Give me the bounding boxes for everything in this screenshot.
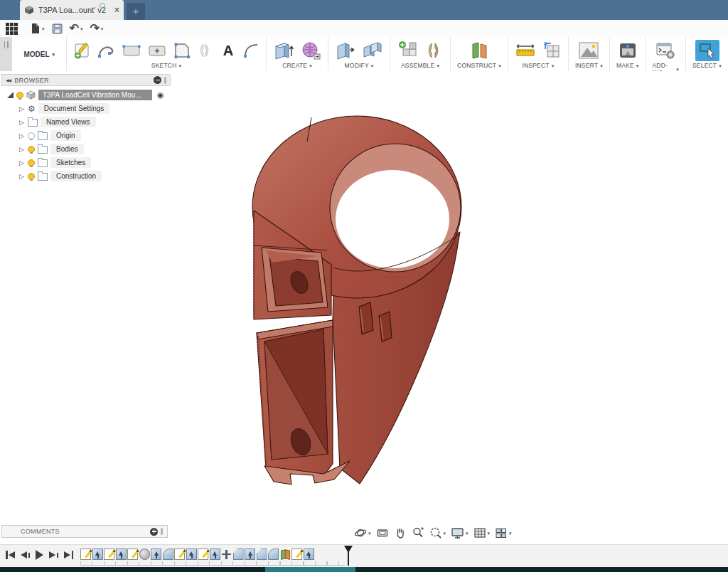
step-back-button[interactable] [21, 551, 30, 558]
document-tab[interactable]: T3PA Loa...ount' v2 × [20, 0, 124, 20]
visibility-bulb-off-icon[interactable] [28, 132, 35, 139]
timeline-feature-extrude[interactable] [116, 549, 127, 560]
tree-item-named-views[interactable]: ▷ Named Views [18, 115, 171, 129]
visibility-bulb-icon[interactable] [28, 146, 35, 153]
combine-button[interactable] [362, 40, 383, 61]
timeline-feature-extrude[interactable] [151, 549, 161, 560]
collapsed-triangle-icon[interactable]: ▷ [18, 132, 25, 139]
sketch-dropdown[interactable]: SKETCH ▾ [73, 62, 259, 69]
panel-grip-handle[interactable] [161, 528, 163, 535]
timeline-feature-extrude[interactable] [210, 549, 220, 560]
create-dropdown[interactable]: CREATE ▾ [273, 62, 321, 69]
undo-button[interactable]: ↶ ▾ [70, 23, 83, 34]
create-sketch-button[interactable] [73, 40, 92, 61]
profile-button[interactable] [173, 40, 191, 61]
measure-button[interactable] [515, 40, 536, 61]
collapsed-triangle-icon[interactable]: ▷ [18, 105, 25, 112]
app-launcher-icon[interactable] [6, 23, 18, 35]
timeline-position-marker[interactable] [344, 546, 354, 566]
fit-zoom-window-button[interactable]: ▾ [429, 526, 446, 539]
look-at-button[interactable] [376, 526, 389, 539]
construct-plane-button[interactable] [469, 40, 489, 61]
play-button[interactable] [36, 550, 43, 560]
extrude-button[interactable] [273, 40, 294, 61]
expand-triangle-icon[interactable] [7, 92, 14, 98]
toolbar-grip-handle[interactable] [0, 37, 12, 71]
timeline-feature-chamfer[interactable] [233, 549, 244, 560]
redo-button[interactable]: ↷ ▾ [90, 23, 103, 34]
make-3dprint-button[interactable] [618, 40, 638, 61]
tree-root-row[interactable]: T3PA LoadCell Vibration Mou... ◉ [1, 88, 171, 102]
select-dropdown[interactable]: SELECT ▾ [692, 62, 722, 69]
addins-button[interactable] [655, 40, 675, 61]
assemble-dropdown[interactable]: ASSEMBLE ▾ [397, 62, 444, 69]
timeline-feature-sketch[interactable] [80, 549, 91, 560]
construct-dropdown[interactable]: CONSTRUCT ▾ [457, 62, 501, 69]
spline-button[interactable] [97, 40, 116, 61]
go-to-start-button[interactable] [6, 551, 15, 559]
timeline-feature-sketch[interactable] [198, 549, 208, 560]
insert-image-button[interactable] [578, 40, 599, 61]
panel-grip-handle[interactable] [164, 77, 166, 84]
form-button[interactable] [300, 40, 321, 61]
timeline-feature-sketch[interactable] [174, 549, 185, 560]
grid-settings-button[interactable]: ▾ [473, 526, 491, 539]
browser-header[interactable]: ◀◀ BROWSER [1, 74, 171, 86]
timeline-feature-extrude[interactable] [92, 549, 103, 560]
sketch-mirror-button[interactable] [197, 40, 214, 61]
timeline-feature-extrude[interactable] [304, 549, 314, 560]
workspace-selector[interactable]: MODEL ▾ [12, 37, 66, 71]
visibility-bulb-icon[interactable] [16, 92, 23, 99]
timeline-feature-mirror[interactable] [280, 549, 291, 560]
timeline-feature-extrude[interactable] [245, 549, 255, 560]
collapse-panel-icon[interactable]: ◀◀ [6, 78, 11, 83]
collapsed-triangle-icon[interactable]: ▷ [18, 173, 25, 180]
tree-root-label[interactable]: T3PA LoadCell Vibration Mou... [38, 90, 152, 100]
sketch-text-button[interactable]: A [220, 40, 237, 61]
make-dropdown[interactable]: MAKE ▾ [616, 62, 639, 69]
press-pull-button[interactable] [335, 40, 356, 61]
arc-button[interactable] [242, 40, 259, 61]
new-tab-button[interactable]: + [127, 3, 145, 20]
section-analysis-button[interactable] [542, 40, 562, 61]
joint-button[interactable] [424, 40, 444, 61]
browser-display-toggle-icon[interactable] [154, 76, 161, 84]
zoom-button[interactable] [412, 526, 424, 539]
comments-bar[interactable]: COMMENTS [1, 525, 168, 538]
new-component-button[interactable] [397, 40, 418, 61]
step-forward-button[interactable] [49, 551, 58, 558]
inspect-dropdown[interactable]: INSPECT ▾ [515, 62, 562, 69]
display-settings-button[interactable]: ▾ [451, 526, 469, 539]
orbit-button[interactable]: ▾ [354, 526, 371, 539]
visibility-bulb-icon[interactable] [28, 173, 35, 180]
timeline-feature-extrude[interactable] [186, 549, 197, 560]
collapsed-triangle-icon[interactable]: ▷ [18, 119, 25, 126]
close-tab-icon[interactable]: × [114, 5, 119, 15]
pan-button[interactable] [394, 526, 407, 539]
activate-component-radio[interactable]: ◉ [157, 90, 164, 100]
timeline-feature-fillet[interactable] [163, 549, 173, 560]
visibility-bulb-icon[interactable] [28, 159, 35, 166]
center-rectangle-button[interactable] [147, 40, 167, 61]
collapsed-triangle-icon[interactable]: ▷ [18, 146, 25, 153]
modify-dropdown[interactable]: MODIFY ▾ [335, 62, 383, 69]
timeline-feature-chamfer[interactable] [257, 549, 267, 560]
collapsed-triangle-icon[interactable]: ▷ [18, 159, 25, 166]
timeline-feature-sketch[interactable] [104, 549, 114, 560]
tree-item-construction[interactable]: ▷ Construction [18, 169, 171, 183]
rectangle-button[interactable] [122, 40, 141, 61]
tree-item-origin[interactable]: ▷ Origin [18, 129, 171, 142]
go-to-end-button[interactable] [64, 551, 73, 559]
timeline-feature-fillet[interactable] [268, 549, 279, 560]
timeline-feature-move[interactable] [221, 549, 232, 560]
viewports-button[interactable]: ▾ [495, 526, 512, 539]
comments-expand-icon[interactable] [150, 528, 158, 536]
timeline-feature-sketch[interactable] [291, 549, 302, 560]
select-button-active[interactable] [695, 40, 719, 61]
insert-dropdown[interactable]: INSERT ▾ [575, 62, 603, 69]
tree-item-document-settings[interactable]: ▷ ⚙ Document Settings [18, 102, 171, 115]
timeline-feature-hole[interactable] [139, 549, 150, 560]
file-menu-button[interactable]: ▾ [31, 23, 45, 34]
viewport-canvas[interactable]: ◀◀ BROWSER T3PA LoadCell Vibration Mou..… [0, 71, 728, 544]
save-button[interactable] [52, 23, 63, 34]
